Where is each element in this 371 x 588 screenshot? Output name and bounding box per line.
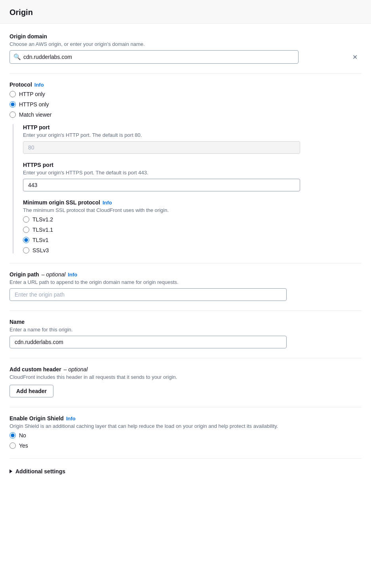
- https-port-input[interactable]: [23, 179, 300, 191]
- divider-3: [10, 310, 361, 311]
- ssl-radio-sslv3[interactable]: [23, 247, 29, 253]
- add-header-button-wrapper: Add header: [10, 385, 361, 397]
- origin-path-label: Origin path – optional Info: [10, 271, 361, 278]
- origin-domain-description: Choose an AWS origin, or enter your orig…: [10, 41, 361, 47]
- protocol-label-http-only: HTTP only: [19, 91, 45, 97]
- divider-5: [10, 407, 361, 407]
- name-description: Enter a name for this origin.: [10, 327, 361, 333]
- protocol-option-http-only[interactable]: HTTP only: [10, 91, 361, 97]
- additional-settings-section: Additional settings: [10, 467, 361, 476]
- custom-header-label: Add custom header – optional: [10, 366, 361, 372]
- https-port-description: Enter your origin's HTTPS port. The defa…: [23, 170, 361, 176]
- protocol-label-https-only: HTTPS only: [19, 101, 49, 108]
- add-header-button[interactable]: Add header: [10, 385, 53, 397]
- divider-1: [10, 73, 361, 74]
- ssl-option-sslv3[interactable]: SSLv3: [23, 247, 361, 253]
- protocol-radio-https-only[interactable]: [10, 101, 16, 108]
- protocol-radio-match-viewer[interactable]: [10, 112, 16, 118]
- protocol-radio-http-only[interactable]: [10, 91, 16, 97]
- protocol-label: Protocol Info: [10, 81, 361, 88]
- http-port-description: Enter your origin's HTTP port. The defau…: [23, 132, 361, 138]
- origin-domain-input-wrapper: 🔍 ✕: [10, 50, 361, 64]
- https-port-label: HTTPS port: [23, 162, 361, 168]
- origin-domain-input[interactable]: [10, 50, 299, 64]
- ssl-radio-tlsv1-1[interactable]: [23, 227, 29, 233]
- origin-shield-section: Enable Origin Shield Info Origin Shield …: [10, 415, 361, 449]
- additional-settings-label: Additional settings: [15, 468, 65, 475]
- custom-header-optional: – optional: [64, 366, 88, 372]
- name-label: Name: [10, 319, 361, 325]
- additional-settings-chevron-icon: [10, 469, 12, 473]
- origin-shield-option-yes[interactable]: Yes: [10, 442, 361, 449]
- ssl-label-tlsv1-2: TLSv1.2: [32, 216, 53, 223]
- origin-path-description: Enter a URL path to append to the origin…: [10, 279, 361, 285]
- content-area: Origin domain Choose an AWS origin, or e…: [0, 24, 371, 495]
- origin-shield-label: Enable Origin Shield Info: [10, 415, 361, 422]
- origin-shield-radio-yes[interactable]: [10, 442, 16, 449]
- page-container: Origin Origin domain Choose an AWS origi…: [0, 0, 371, 588]
- ssl-radio-tlsv1-2[interactable]: [23, 216, 29, 223]
- protocol-section: Protocol Info HTTP only HTTPS only Match…: [10, 81, 361, 253]
- protocol-option-https-only[interactable]: HTTPS only: [10, 101, 361, 108]
- origin-path-info-link[interactable]: Info: [68, 272, 77, 278]
- name-section: Name Enter a name for this origin.: [10, 319, 361, 348]
- min-ssl-label: Minimum origin SSL protocol Info: [23, 199, 361, 206]
- https-port-field: HTTPS port Enter your origin's HTTPS por…: [23, 162, 361, 191]
- protocol-option-match-viewer[interactable]: Match viewer: [10, 112, 361, 118]
- custom-header-description: CloudFront includes this header in all r…: [10, 374, 361, 380]
- origin-path-optional: – optional: [42, 271, 66, 278]
- divider-2: [10, 263, 361, 263]
- additional-settings-toggle[interactable]: Additional settings: [10, 467, 361, 476]
- ssl-label-tlsv1: TLSv1: [32, 237, 48, 243]
- origin-shield-option-no[interactable]: No: [10, 432, 361, 439]
- protocol-info-link[interactable]: Info: [34, 82, 44, 88]
- ssl-protocol-radio-group: TLSv1.2 TLSv1.1 TLSv1 SSLv3: [23, 216, 361, 253]
- ssl-option-tlsv1-1[interactable]: TLSv1.1: [23, 227, 361, 233]
- ssl-radio-tlsv1[interactable]: [23, 237, 29, 243]
- origin-domain-section: Origin domain Choose an AWS origin, or e…: [10, 33, 361, 64]
- http-port-label: HTTP port: [23, 124, 361, 130]
- origin-domain-label: Origin domain: [10, 33, 361, 40]
- name-input[interactable]: [10, 336, 287, 348]
- custom-header-section: Add custom header – optional CloudFront …: [10, 366, 361, 397]
- http-port-field: HTTP port Enter your origin's HTTP port.…: [23, 124, 361, 154]
- ssl-option-tlsv1-2[interactable]: TLSv1.2: [23, 216, 361, 223]
- min-ssl-protocol-field: Minimum origin SSL protocol Info The min…: [23, 199, 361, 253]
- origin-shield-radio-group: No Yes: [10, 432, 361, 449]
- ssl-option-tlsv1[interactable]: TLSv1: [23, 237, 361, 243]
- ssl-label-tlsv1-1: TLSv1.1: [32, 227, 53, 233]
- page-title: Origin: [10, 8, 361, 17]
- protocol-indented-section: HTTP port Enter your origin's HTTP port.…: [13, 124, 361, 253]
- protocol-radio-group: HTTP only HTTPS only Match viewer: [10, 91, 361, 118]
- http-port-input: [23, 141, 300, 154]
- origin-shield-label-yes: Yes: [19, 442, 28, 449]
- origin-shield-info-link[interactable]: Info: [66, 416, 76, 422]
- origin-shield-radio-no[interactable]: [10, 432, 16, 439]
- min-ssl-description: The minimum SSL protocol that CloudFront…: [23, 207, 361, 213]
- divider-6: [10, 458, 361, 459]
- origin-shield-label-no: No: [19, 432, 26, 439]
- origin-path-section: Origin path – optional Info Enter a URL …: [10, 271, 361, 301]
- ssl-label-sslv3: SSLv3: [32, 247, 49, 253]
- protocol-label-match-viewer: Match viewer: [19, 112, 51, 118]
- clear-icon[interactable]: ✕: [352, 53, 358, 61]
- page-header: Origin: [0, 0, 371, 24]
- min-ssl-info-link[interactable]: Info: [103, 200, 112, 206]
- origin-path-input[interactable]: [10, 288, 287, 301]
- origin-shield-description: Origin Shield is an additional caching l…: [10, 423, 361, 429]
- divider-4: [10, 358, 361, 358]
- search-icon: 🔍: [13, 53, 21, 61]
